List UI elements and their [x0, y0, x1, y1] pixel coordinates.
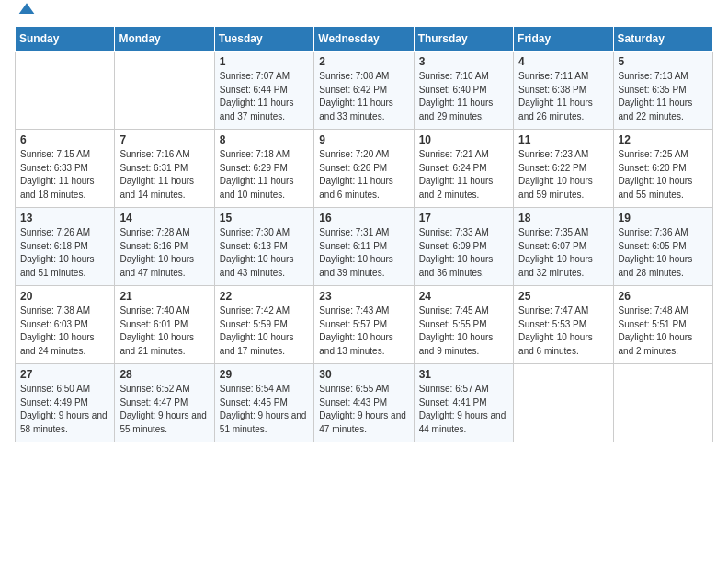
calendar-cell: 25Sunrise: 7:47 AMSunset: 5:53 PMDayligh… — [514, 286, 613, 364]
calendar-week-2: 6Sunrise: 7:15 AMSunset: 6:33 PMDaylight… — [16, 130, 713, 208]
day-info: Sunrise: 7:42 AMSunset: 5:59 PMDaylight:… — [220, 304, 309, 358]
day-info: Sunrise: 7:45 AMSunset: 5:55 PMDaylight:… — [419, 304, 508, 358]
day-info: Sunrise: 7:40 AMSunset: 6:01 PMDaylight:… — [119, 304, 209, 358]
calendar-cell: 21Sunrise: 7:40 AMSunset: 6:01 PMDayligh… — [115, 286, 214, 364]
day-number: 16 — [319, 212, 408, 224]
day-info: Sunrise: 6:50 AMSunset: 4:49 PMDaylight:… — [20, 383, 109, 436]
logo-icon — [17, 0, 36, 18]
day-number: 3 — [419, 55, 508, 68]
calendar-cell: 5Sunrise: 7:13 AMSunset: 6:35 PMDaylight… — [613, 52, 712, 130]
calendar-cell: 27Sunrise: 6:50 AMSunset: 4:49 PMDayligh… — [16, 364, 115, 442]
day-number: 19 — [619, 212, 708, 224]
calendar-cell: 3Sunrise: 7:10 AMSunset: 6:40 PMDaylight… — [414, 52, 513, 130]
calendar-cell: 18Sunrise: 7:35 AMSunset: 6:07 PMDayligh… — [514, 208, 613, 286]
day-number: 22 — [220, 290, 309, 303]
header-row: SundayMondayTuesdayWednesdayThursdayFrid… — [16, 27, 713, 52]
calendar-cell — [613, 364, 712, 442]
day-number: 31 — [419, 368, 508, 381]
logo — [15, 13, 36, 18]
calendar-cell: 8Sunrise: 7:18 AMSunset: 6:29 PMDaylight… — [214, 130, 313, 208]
day-info: Sunrise: 7:26 AMSunset: 6:18 PMDaylight:… — [20, 226, 109, 280]
day-info: Sunrise: 6:54 AMSunset: 4:45 PMDaylight:… — [220, 383, 309, 436]
weekday-header-wednesday: Wednesday — [314, 27, 414, 52]
day-info: Sunrise: 7:48 AMSunset: 5:51 PMDaylight:… — [619, 304, 708, 358]
calendar-cell: 29Sunrise: 6:54 AMSunset: 4:45 PMDayligh… — [214, 364, 313, 442]
calendar-cell: 20Sunrise: 7:38 AMSunset: 6:03 PMDayligh… — [16, 286, 115, 364]
calendar-cell: 11Sunrise: 7:23 AMSunset: 6:22 PMDayligh… — [514, 130, 613, 208]
day-number: 11 — [518, 133, 608, 146]
day-info: Sunrise: 7:47 AMSunset: 5:53 PMDaylight:… — [518, 304, 608, 358]
calendar-cell — [514, 364, 613, 442]
day-info: Sunrise: 7:31 AMSunset: 6:11 PMDaylight:… — [319, 226, 408, 280]
day-number: 4 — [518, 55, 608, 68]
calendar-cell: 7Sunrise: 7:16 AMSunset: 6:31 PMDaylight… — [115, 130, 214, 208]
calendar-week-4: 20Sunrise: 7:38 AMSunset: 6:03 PMDayligh… — [16, 286, 713, 364]
day-info: Sunrise: 7:21 AMSunset: 6:24 PMDaylight:… — [419, 148, 508, 201]
calendar-cell: 13Sunrise: 7:26 AMSunset: 6:18 PMDayligh… — [16, 208, 115, 286]
svg-marker-0 — [19, 3, 35, 14]
calendar-cell: 10Sunrise: 7:21 AMSunset: 6:24 PMDayligh… — [414, 130, 513, 208]
day-number: 20 — [20, 290, 109, 303]
weekday-header-sunday: Sunday — [16, 27, 115, 52]
weekday-header-thursday: Thursday — [414, 27, 513, 52]
day-number: 30 — [319, 368, 408, 381]
day-number: 25 — [518, 290, 608, 303]
day-number: 21 — [119, 290, 209, 303]
day-number: 10 — [419, 133, 508, 146]
calendar-cell: 2Sunrise: 7:08 AMSunset: 6:42 PMDaylight… — [314, 52, 414, 130]
calendar-cell: 4Sunrise: 7:11 AMSunset: 6:38 PMDaylight… — [514, 52, 613, 130]
day-info: Sunrise: 7:10 AMSunset: 6:40 PMDaylight:… — [419, 70, 508, 123]
day-info: Sunrise: 7:11 AMSunset: 6:38 PMDaylight:… — [518, 70, 608, 123]
day-info: Sunrise: 7:20 AMSunset: 6:26 PMDaylight:… — [319, 148, 408, 201]
weekday-header-monday: Monday — [115, 27, 214, 52]
day-number: 23 — [319, 290, 408, 303]
weekday-header-tuesday: Tuesday — [214, 27, 313, 52]
calendar-cell: 30Sunrise: 6:55 AMSunset: 4:43 PMDayligh… — [314, 364, 414, 442]
day-number: 1 — [220, 55, 309, 68]
calendar-cell: 24Sunrise: 7:45 AMSunset: 5:55 PMDayligh… — [414, 286, 513, 364]
day-number: 27 — [20, 368, 109, 381]
day-number: 6 — [20, 133, 109, 146]
calendar-cell — [16, 52, 115, 130]
day-number: 26 — [619, 290, 708, 303]
day-info: Sunrise: 7:30 AMSunset: 6:13 PMDaylight:… — [220, 226, 309, 280]
calendar-cell: 28Sunrise: 6:52 AMSunset: 4:47 PMDayligh… — [115, 364, 214, 442]
day-info: Sunrise: 7:07 AMSunset: 6:44 PMDaylight:… — [220, 70, 309, 123]
day-info: Sunrise: 7:15 AMSunset: 6:33 PMDaylight:… — [20, 148, 109, 201]
page: SundayMondayTuesdayWednesdayThursdayFrid… — [0, 0, 728, 563]
calendar-table: SundayMondayTuesdayWednesdayThursdayFrid… — [15, 26, 713, 442]
day-number: 14 — [119, 212, 209, 224]
day-info: Sunrise: 7:28 AMSunset: 6:16 PMDaylight:… — [119, 226, 209, 280]
day-number: 8 — [220, 133, 309, 146]
calendar-body: 1Sunrise: 7:07 AMSunset: 6:44 PMDaylight… — [16, 52, 713, 442]
day-info: Sunrise: 7:38 AMSunset: 6:03 PMDaylight:… — [20, 304, 109, 358]
day-number: 28 — [119, 368, 209, 381]
calendar-week-1: 1Sunrise: 7:07 AMSunset: 6:44 PMDaylight… — [16, 52, 713, 130]
day-info: Sunrise: 7:43 AMSunset: 5:57 PMDaylight:… — [319, 304, 408, 358]
calendar-cell: 26Sunrise: 7:48 AMSunset: 5:51 PMDayligh… — [613, 286, 712, 364]
day-info: Sunrise: 7:36 AMSunset: 6:05 PMDaylight:… — [619, 226, 708, 280]
day-info: Sunrise: 7:13 AMSunset: 6:35 PMDaylight:… — [619, 70, 708, 123]
calendar-cell: 1Sunrise: 7:07 AMSunset: 6:44 PMDaylight… — [214, 52, 313, 130]
day-number: 13 — [20, 212, 109, 224]
calendar-cell: 9Sunrise: 7:20 AMSunset: 6:26 PMDaylight… — [314, 130, 414, 208]
calendar-cell — [115, 52, 214, 130]
weekday-header-friday: Friday — [514, 27, 613, 52]
calendar-cell: 23Sunrise: 7:43 AMSunset: 5:57 PMDayligh… — [314, 286, 414, 364]
day-number: 15 — [220, 212, 309, 224]
calendar-header: SundayMondayTuesdayWednesdayThursdayFrid… — [16, 27, 713, 52]
day-info: Sunrise: 6:57 AMSunset: 4:41 PMDaylight:… — [419, 383, 508, 436]
day-number: 5 — [619, 55, 708, 68]
day-info: Sunrise: 7:35 AMSunset: 6:07 PMDaylight:… — [518, 226, 608, 280]
day-info: Sunrise: 6:52 AMSunset: 4:47 PMDaylight:… — [119, 383, 209, 436]
calendar-cell: 31Sunrise: 6:57 AMSunset: 4:41 PMDayligh… — [414, 364, 513, 442]
weekday-header-saturday: Saturday — [613, 27, 712, 52]
day-number: 17 — [419, 212, 508, 224]
day-number: 29 — [220, 368, 309, 381]
calendar-cell: 16Sunrise: 7:31 AMSunset: 6:11 PMDayligh… — [314, 208, 414, 286]
calendar-week-5: 27Sunrise: 6:50 AMSunset: 4:49 PMDayligh… — [16, 364, 713, 442]
day-info: Sunrise: 7:23 AMSunset: 6:22 PMDaylight:… — [518, 148, 608, 201]
day-number: 2 — [319, 55, 408, 68]
day-number: 7 — [119, 133, 209, 146]
day-info: Sunrise: 6:55 AMSunset: 4:43 PMDaylight:… — [319, 383, 408, 436]
